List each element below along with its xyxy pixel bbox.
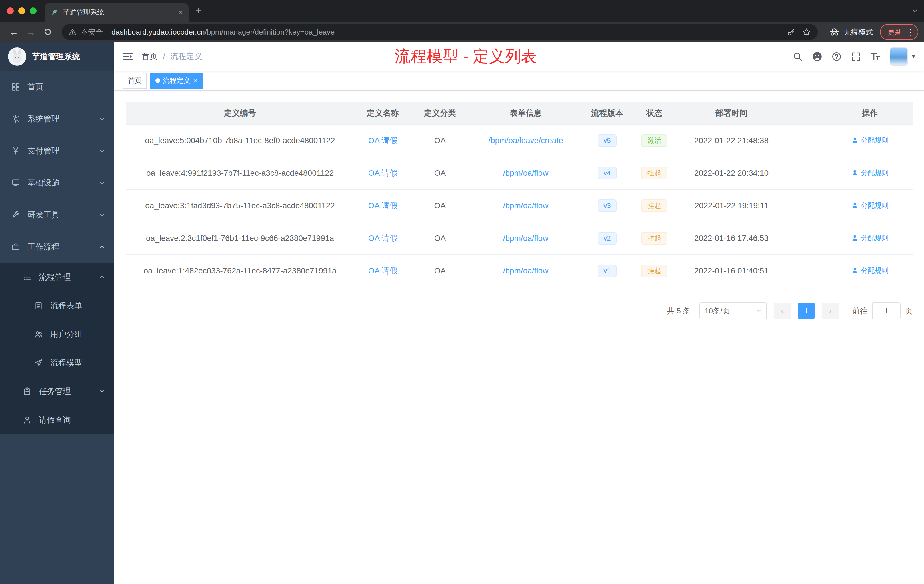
briefcase-icon: [12, 243, 20, 251]
definition-name-link[interactable]: OA 请假: [368, 201, 398, 210]
sidebar-menu: 首页 系统管理 支付管理: [0, 71, 114, 434]
version-badge: v2: [598, 232, 616, 244]
deploy-time: 2022-01-22 20:34:10: [677, 157, 786, 190]
definition-table: 定义编号 定义名称 定义分类 表单信息 流程版本 状态 部署时间 操作: [126, 102, 912, 287]
tab-favicon-icon: [50, 8, 58, 16]
sidebar-item-user-group[interactable]: 用户分组: [0, 320, 114, 348]
definition-category: OA: [411, 254, 469, 287]
definition-id: oa_leave:4:991f2193-7b7f-11ec-a3c8-acde4…: [126, 157, 354, 190]
assign-rule-button[interactable]: 分配规则: [851, 266, 889, 275]
sidebar-toggle-button[interactable]: [114, 42, 142, 71]
assign-rule-button[interactable]: 分配规则: [851, 136, 889, 145]
tag-process-definition[interactable]: 流程定义 ×: [150, 73, 203, 89]
assign-rule-button[interactable]: 分配规则: [851, 201, 889, 210]
password-key-icon[interactable]: [787, 28, 795, 36]
address-bar[interactable]: 不安全 dashboard.yudao.iocoder.cn/bpm/manag…: [62, 24, 818, 40]
definition-id: oa_leave:5:004b710b-7b8a-11ec-8ef0-acde4…: [126, 124, 354, 157]
sidebar-item-leave-query[interactable]: 请假查询: [0, 406, 114, 434]
browser-tab-strip: 芋道管理系统 × +: [0, 0, 924, 22]
tag-close-icon[interactable]: ×: [194, 77, 198, 84]
form-link[interactable]: /bpm/oa/leave/create: [488, 136, 563, 145]
help-icon[interactable]: [827, 42, 846, 71]
minimize-window-button[interactable]: [18, 7, 25, 14]
breadcrumb-separator: /: [163, 52, 165, 61]
sidebar-item-task-management[interactable]: 任务管理: [0, 377, 114, 406]
sidebar-item-process-management[interactable]: 流程管理: [0, 263, 114, 292]
form-link[interactable]: /bpm/oa/flow: [503, 168, 549, 177]
definition-name-link[interactable]: OA 请假: [368, 136, 398, 145]
new-tab-button[interactable]: +: [188, 0, 208, 22]
tags-view: 首页 流程定义 ×: [114, 71, 924, 91]
update-label: 更新: [888, 27, 902, 37]
sidebar-item-label: 系统管理: [27, 114, 59, 124]
not-secure-warning-icon: [69, 28, 77, 36]
spacer-cell: [786, 124, 827, 157]
avatar[interactable]: [890, 48, 908, 66]
version-badge: v5: [598, 134, 616, 147]
form-link[interactable]: /bpm/oa/flow: [503, 234, 549, 243]
dashboard-icon: [12, 82, 20, 91]
bookmark-star-icon[interactable]: [802, 28, 811, 36]
version-badge: v3: [598, 200, 616, 212]
tab-title: 芋道管理系统: [63, 8, 174, 17]
sidebar-item-workflow[interactable]: 工作流程: [0, 231, 114, 263]
back-button[interactable]: ←: [6, 24, 22, 40]
tag-home[interactable]: 首页: [123, 73, 147, 89]
zoom-window-button[interactable]: [30, 7, 36, 14]
incognito-badge: 无痕模式: [829, 27, 873, 37]
sidebar-item-process-form[interactable]: 流程表单: [0, 292, 114, 320]
page-size-select[interactable]: 10条/页: [700, 302, 767, 319]
assign-rule-button[interactable]: 分配规则: [851, 168, 889, 177]
user-avatar-menu[interactable]: ▼: [890, 48, 916, 66]
spacer-cell: [786, 190, 827, 222]
form-link[interactable]: /bpm/oa/flow: [503, 201, 549, 210]
sidebar-item-label: 流程模型: [50, 358, 82, 368]
font-size-icon[interactable]: [866, 42, 885, 71]
search-icon[interactable]: [788, 42, 807, 71]
sidebar-item-label: 流程管理: [39, 272, 71, 282]
url-text: dashboard.yudao.iocoder.cn/bpm/manager/d…: [111, 28, 335, 36]
gear-icon: [12, 115, 20, 123]
deploy-time: 2022-01-16 17:46:53: [677, 222, 786, 254]
navbar-actions: ▼: [788, 42, 924, 71]
definition-category: OA: [411, 124, 469, 157]
github-icon[interactable]: [807, 42, 827, 71]
sidebar-item-infrastructure[interactable]: 基础设施: [0, 167, 114, 199]
deploy-time: 2022-01-22 21:48:38: [677, 124, 786, 157]
sidebar-item-system[interactable]: 系统管理: [0, 103, 114, 135]
chevron-up-icon: [99, 244, 105, 250]
goto-page-input[interactable]: [872, 302, 901, 319]
sidebar-item-process-model[interactable]: 流程模型: [0, 348, 114, 377]
sidebar-item-home[interactable]: 首页: [0, 71, 114, 103]
definition-name-link[interactable]: OA 请假: [368, 234, 398, 243]
sidebar-item-payment[interactable]: 支付管理: [0, 135, 114, 167]
app-logo-avatar: [8, 48, 26, 66]
assign-rule-button[interactable]: 分配规则: [851, 233, 889, 243]
update-button[interactable]: 更新 ⋮: [880, 24, 918, 40]
deploy-time: 2022-01-22 19:19:11: [677, 190, 786, 222]
url-path: /bpm/manager/definition?key=oa_leave: [205, 28, 335, 36]
definition-name-link[interactable]: OA 请假: [368, 266, 398, 275]
omnibox-actions: [787, 28, 811, 36]
tab-close-icon[interactable]: ×: [178, 8, 183, 16]
forward-button[interactable]: →: [23, 24, 39, 40]
page-number-button[interactable]: 1: [798, 303, 815, 319]
tab-search-chevron-icon[interactable]: [911, 0, 918, 22]
form-link[interactable]: /bpm/oa/flow: [503, 266, 549, 275]
browser-menu-kebab-icon[interactable]: ⋮: [906, 27, 914, 37]
breadcrumb-home[interactable]: 首页: [142, 51, 158, 62]
browser-tab[interactable]: 芋道管理系统 ×: [45, 3, 188, 22]
next-page-button[interactable]: ›: [822, 303, 839, 319]
reload-button[interactable]: [40, 24, 56, 40]
definition-name-link[interactable]: OA 请假: [368, 168, 398, 177]
tag-label: 首页: [128, 76, 142, 85]
fullscreen-icon[interactable]: [846, 42, 866, 71]
page-unit-label: 页: [905, 306, 912, 316]
prev-page-button[interactable]: ‹: [774, 303, 791, 319]
chevron-down-icon: [99, 180, 105, 186]
goto-label: 前往: [853, 306, 868, 316]
incognito-label: 无痕模式: [843, 27, 873, 37]
close-window-button[interactable]: [7, 7, 14, 14]
page-size-value: 10条/页: [705, 306, 730, 316]
sidebar-item-devtools[interactable]: 研发工具: [0, 199, 114, 231]
